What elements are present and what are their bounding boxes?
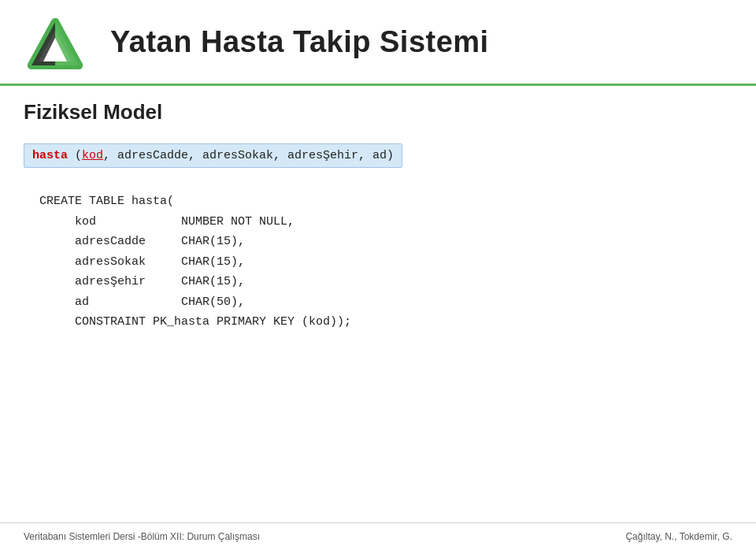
logo (24, 14, 87, 69)
header-title: Yatan Hasta Takip Sistemi (110, 25, 489, 59)
code-line1: CREATE TABLE hasta( (39, 195, 174, 208)
schema-col-kod: kod (82, 149, 103, 162)
code-line2: kod NUMBER NOT NULL, (39, 215, 295, 229)
footer-left: Veritabanı Sistemleri Dersi -Bölüm XII: … (24, 531, 260, 542)
code-line3: adresCadde CHAR(15), (39, 235, 245, 248)
header: Yatan Hasta Takip Sistemi (0, 0, 756, 86)
code-line7: CONSTRAINT PK_hasta PRIMARY KEY (kod)); (39, 315, 351, 329)
footer: Veritabanı Sistemleri Dersi -Bölüm XII: … (0, 522, 756, 550)
schema-line: hasta (kod, adresCadde, adresSokak, adre… (24, 143, 402, 168)
schema-table-name: hasta (32, 149, 68, 162)
code-line4: adresSokak CHAR(15), (39, 255, 245, 269)
schema-container: hasta (kod, adresCadde, adresSokak, adre… (0, 132, 756, 176)
code-container: CREATE TABLE hasta( kod NUMBER NOT NULL,… (0, 176, 756, 340)
section-title-bar: Fiziksel Model (0, 86, 756, 132)
code-block: CREATE TABLE hasta( kod NUMBER NOT NULL,… (39, 191, 717, 333)
schema-cols-rest: , adresCadde, adresSokak, adresŞehir, ad… (103, 149, 394, 162)
footer-right: Çağıltay, N., Tokdemir, G. (625, 531, 732, 542)
section-title: Fiziksel Model (24, 100, 732, 124)
schema-paren-open: ( (75, 149, 82, 162)
code-line5: adresŞehir CHAR(15), (39, 275, 245, 288)
code-line6: ad CHAR(50), (39, 295, 245, 309)
